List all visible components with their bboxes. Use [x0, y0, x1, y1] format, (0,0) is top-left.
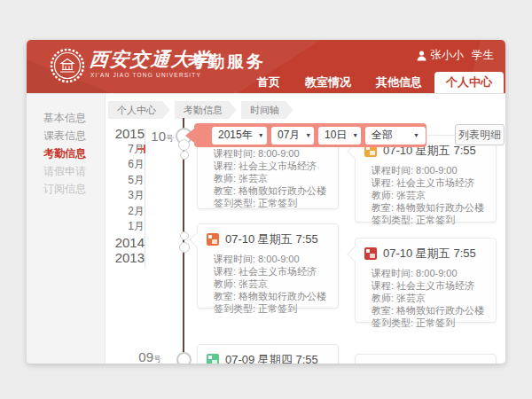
card-field: 课程: 社会主义市场经济 — [214, 265, 329, 278]
breadcrumb-attendance-info[interactable]: 考勤信息 — [175, 101, 237, 119]
card-date-label: 07-09 星期四 7:55 — [225, 352, 318, 364]
university-logo-icon — [50, 48, 85, 83]
sidebar-item-subscription-info[interactable]: 订阅信息 — [27, 180, 105, 198]
chevron-down-icon: ▼ — [352, 132, 358, 138]
attendance-card[interactable]: 07-10 星期五 7:55课程时间: 8:00-9:00课程: 社会主义市场经… — [355, 238, 497, 323]
app-window: 西安交通大学 XI'AN JIAO TONG UNIVERSITY 考勤服务 张… — [27, 40, 505, 364]
mini-timeline-item[interactable]: 5月 — [105, 173, 145, 189]
sidebar-item-schedule-info[interactable]: 课表信息 — [27, 127, 105, 145]
day-marker-10: 10号 — [147, 129, 174, 145]
user-role: 学生 — [472, 48, 494, 63]
card-field: 教室: 格物致知行政办公楼 — [214, 184, 329, 197]
card-field: 教室: 格物致知行政办公楼 — [372, 201, 487, 214]
type-dropdown[interactable]: 全部▼ — [365, 127, 426, 145]
card-field: 教师: 张芸京 — [214, 172, 329, 184]
sidebar-item-basic-info[interactable]: 基本信息 — [27, 109, 105, 127]
mini-timeline-item[interactable]: 1月 — [105, 219, 145, 235]
attendance-card[interactable] — [355, 354, 497, 364]
attendance-card[interactable]: 07-09 星期四 7:55 — [197, 344, 339, 364]
card-field: 教室: 格物致知行政办公楼 — [214, 290, 329, 302]
attendance-card[interactable]: 07-10 星期五 7:55课程时间: 8:00-9:00课程: 社会主义市场经… — [197, 223, 339, 309]
breadcrumb: 个人中心考勤信息时间轴 — [108, 101, 293, 119]
date-filter-bubble: 2015年▼ 07月▼ 10日▼ 全部▼ — [194, 123, 426, 147]
card-field: 签到类型: 正常签到 — [214, 197, 329, 209]
user-info[interactable]: 张小小 学生 — [417, 48, 495, 63]
status-icon — [207, 354, 219, 364]
timeline-node[interactable] — [176, 352, 192, 364]
card-field: 教师: 张芸京 — [214, 278, 329, 290]
card-field: 课程: 社会主义市场经济 — [372, 279, 487, 292]
card-field: 教师: 张芸京 — [372, 292, 487, 304]
card-date-label: 07-10 星期五 7:55 — [383, 246, 476, 262]
mini-timeline-item[interactable]: 3月 — [105, 188, 145, 204]
year-dropdown[interactable]: 2015年▼ — [212, 127, 267, 145]
mini-timeline-item[interactable]: 2014 — [105, 235, 145, 251]
card-field: 课程时间: 8:00-9:00 — [214, 253, 329, 265]
status-icon — [207, 233, 219, 246]
card-header: 07-10 星期五 7:55 — [207, 231, 329, 247]
mini-timeline-item[interactable]: 2015 — [105, 126, 145, 142]
card-field: 教师: 张芸京 — [372, 189, 487, 201]
nav-classroom-status[interactable]: 教室情况 — [293, 72, 364, 93]
breadcrumb-timeline[interactable]: 时间轴 — [241, 101, 293, 119]
card-field: 课程时间: 8:00-9:00 — [214, 147, 329, 160]
list-detail-button[interactable]: 列表明细 — [455, 124, 505, 145]
card-header: 07-10 星期五 7:55 — [364, 246, 487, 262]
university-name-en: XI'AN JIAO TONG UNIVERSITY — [90, 72, 201, 78]
attendance-app: 西安交通大学 XI'AN JIAO TONG UNIVERSITY 考勤服务 张… — [0, 0, 532, 399]
user-name: 张小小 — [431, 48, 465, 63]
timeline-node[interactable] — [180, 231, 189, 240]
mini-timeline-item[interactable]: 6月 — [105, 157, 145, 173]
person-icon — [417, 51, 426, 61]
app-header: 西安交通大学 XI'AN JIAO TONG UNIVERSITY 考勤服务 张… — [27, 40, 505, 93]
chevron-down-icon: ▼ — [305, 132, 311, 138]
top-nav: 首页教室情况其他信息个人中心 — [245, 72, 504, 93]
sidebar-item-attendance-info[interactable]: 考勤信息 — [27, 145, 105, 162]
nav-home[interactable]: 首页 — [245, 72, 293, 93]
mini-timeline-nav: 20157月6月5月3月2月1月20142013 — [105, 126, 145, 266]
status-icon — [364, 247, 377, 260]
card-field: 签到类型: 正常签到 — [372, 214, 487, 226]
nav-personal-center[interactable]: 个人中心 — [434, 72, 504, 93]
card-date-label: 07-10 星期五 7:55 — [225, 231, 318, 247]
mini-timeline-current-marker-tick — [144, 145, 145, 153]
mini-timeline-item[interactable]: 2月 — [105, 204, 145, 220]
card-field: 课程: 社会主义市场经济 — [372, 176, 487, 189]
card-field: 课程时间: 8:00-9:00 — [372, 164, 487, 176]
month-dropdown[interactable]: 07月▼ — [271, 127, 314, 145]
card-field: 签到类型: 正常签到 — [372, 317, 487, 329]
card-field: 课程时间: 8:00-9:00 — [372, 267, 487, 279]
sidebar: 基本信息课表信息考勤信息请假申请订阅信息 — [27, 94, 106, 364]
mini-timeline-item[interactable]: 2013 — [105, 250, 145, 266]
sidebar-item-leave-request[interactable]: 请假申请 — [27, 162, 105, 180]
breadcrumb-personal-center[interactable]: 个人中心 — [108, 101, 170, 119]
timeline-node[interactable] — [179, 242, 190, 253]
nav-other-info[interactable]: 其他信息 — [364, 72, 434, 93]
app-title: 考勤服务 — [188, 51, 266, 74]
card-field: 签到类型: 正常签到 — [214, 302, 329, 315]
timeline-node[interactable] — [180, 151, 189, 160]
card-field: 课程: 社会主义市场经济 — [214, 160, 329, 172]
day-marker-09: 09号 — [135, 349, 161, 364]
day-dropdown[interactable]: 10日▼ — [318, 127, 361, 145]
chevron-down-icon: ▼ — [413, 132, 419, 138]
card-header: 07-09 星期四 7:55 — [207, 352, 329, 364]
chevron-down-icon: ▼ — [258, 132, 264, 138]
attendance-card[interactable]: 07-10 星期五 7:55课程时间: 8:00-9:00课程: 社会主义市场经… — [355, 135, 497, 223]
card-field: 教室: 格物致知行政办公楼 — [372, 304, 487, 317]
